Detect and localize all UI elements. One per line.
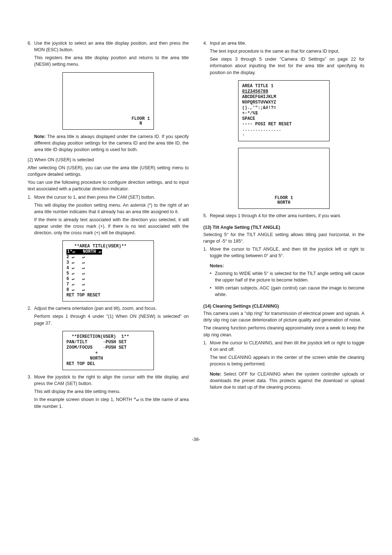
text: Perform steps 1 through 4 under "(1) Whe… [34,313,189,326]
text: Adjust the camera orientation (pan and t… [34,305,189,312]
screen-line: 5 ↵ ↵ [66,271,150,276]
right-step13-1: 1. Move the cursor to TILT ANGLE, and th… [203,246,364,260]
text: Use the joystick to select an area title… [34,40,189,53]
screen-line: SPACE [242,116,326,122]
num: 3. [28,374,34,412]
screen-direction-user: **DIRECTION(USER) 1** PAN/TILT →PUSH SET… [62,331,154,370]
screen-line: 6 ↵ ↵ [66,276,150,282]
subhead: (2) When ON (USER) is selected [28,157,189,163]
screen-line: 4 ↵ ↵ [66,266,150,271]
text: Move the joystick to the right to align … [34,374,189,387]
screen-line: PAN/TILT →PUSH SET [66,340,150,345]
right-step14-1: 1. Move the cursor to CLEANING, and then… [203,340,364,369]
screen-text: N [132,121,150,126]
screen-line: AREA TITLE 1 [242,84,326,89]
right-column: 4. Input an area title. The text input p… [203,40,364,411]
bullet-item: • With certain subjects, AGC (gain contr… [210,285,364,299]
screen-hl: 1*↵ NORTH ↵ [66,249,102,255]
text: Repeat steps 1 through 4 for the other a… [210,212,364,219]
num: 1. [203,246,210,260]
bullet-dot-icon: • [210,285,215,299]
text: Input an area title. [210,40,364,46]
num: 1. [203,340,210,369]
text: Move the cursor to 1, and then press the… [34,194,189,200]
num: 6. [28,40,34,69]
screen-line: RET TOP DEL [66,361,150,367]
note-text: Select OFF for CLEANING when the system … [210,372,364,390]
bullet-dot-icon: • [210,270,215,285]
left-step6: 6. Use the joystick to select an area ti… [28,40,189,69]
page: 6. Use the joystick to select an area ti… [0,0,392,426]
num: 2. [28,305,34,328]
text: After selecting ON (USER), you can use t… [28,165,189,178]
text: Move the cursor to CLEANING, and then ti… [210,340,364,353]
screen-line: ().,'":;&#!?= [242,105,326,111]
screen-line: NOPQRSTUVWXYZ [242,100,326,105]
screen-line: 7 ↵ ↵ [66,282,150,287]
text-frag: In the example screen shown in step 1, N… [34,397,134,402]
text: If the there is already text associated … [34,216,189,236]
screen-line: **AREA TITLE(USER)** [66,244,150,249]
screen-line: **DIRECTION(USER) 1** [66,334,150,340]
screen-line: 0123456789 [242,89,268,94]
left-step1: 1. Move the cursor to 1, and then press … [28,194,189,238]
note-text: The area title is always displayed under… [34,134,189,152]
text: This camera uses a "slip ring" for trans… [203,310,364,323]
note: Note: Select OFF for CLEANING when the s… [210,371,364,390]
text: This registers the area title display po… [34,54,189,68]
right-step5: 5. Repeat steps 1 through 4 for the othe… [203,212,364,220]
num: 4. [203,40,210,77]
return-arrow-icon: "↵ [134,397,139,402]
screen-line: ............... [242,127,326,133]
screen-text: NORTH [275,200,293,205]
screen-line: + [66,351,150,356]
bullet-text: With certain subjects, AGC (gain control… [215,285,364,298]
note-label: Note: [34,134,46,139]
text: The text input procedure is the same as … [210,48,364,54]
screen-line: 3 ↵ ↵ [66,260,150,266]
screen-line: +-*/%$ [242,111,326,116]
screen-line: 8 ↵ ↵ [66,287,150,293]
text: This will display the position setting m… [34,202,189,215]
notes-label: Notes: [210,263,364,269]
screen-line: ZOOM/FOCUS →PUSH SET [66,345,150,351]
text: See steps 3 through 5 under "Camera ID S… [210,56,364,76]
text: Selecting 5° for the TILT ANGLE setting … [203,231,364,244]
screen-area-title-user: **AREA TITLE(USER)** 1*↵ NORTH ↵ 2 ↵ ↵ 3… [62,240,154,301]
num: 1. [28,194,34,238]
left-step2: 2. Adjust the camera orientation (pan an… [28,305,189,328]
screen-floor-1-north: FLOOR 1 NORTH [238,148,330,209]
page-number: -38- [0,437,392,442]
right-step4: 4. Input an area title. The text input p… [203,40,364,77]
bullet-text: Zooming to WIDE while 5° is selected for… [215,270,364,283]
screen-line: ---- POSI RET RESET [242,122,326,127]
note: Note: The area title is always displayed… [34,133,189,153]
text: The cleaning function performs cleaning … [203,325,364,338]
note-label: Note: [210,372,221,377]
bullet-item: • Zooming to WIDE while 5° is selected f… [210,270,364,285]
screen-area-title-1: AREA TITLE 1 0123456789 ABCDEFGHIJKLM NO… [238,80,330,141]
text: Move the cursor to TILT ANGLE, and then … [210,246,364,259]
section-14-heading: (14) Cleaning Settings (CLEANING) [203,303,364,309]
text: You can use the following procedure to c… [28,179,189,192]
left-step3: 3. Move the joystick to the right to ali… [28,374,189,412]
left-column: 6. Use the joystick to select an area ti… [28,40,189,411]
screen-line: ↑ [242,133,326,138]
text: This will display the area title setting… [34,388,189,395]
screen-floor-1: FLOOR 1 N [62,72,154,130]
num: 5. [203,212,210,220]
text: The text CLEANING appears in the center … [210,354,364,367]
section-13-heading: (13) Tilt Angle Setting (TILT ANGLE) [203,224,364,231]
screen-line: RET TOP RESET [66,293,150,298]
screen-line: 2 ↵ ↵ [66,255,150,260]
text: In the example screen shown in step 1, N… [34,396,189,410]
screen-line: NORTH [66,356,150,361]
screen-line: ABCDEFGHIJKLM [242,94,326,100]
